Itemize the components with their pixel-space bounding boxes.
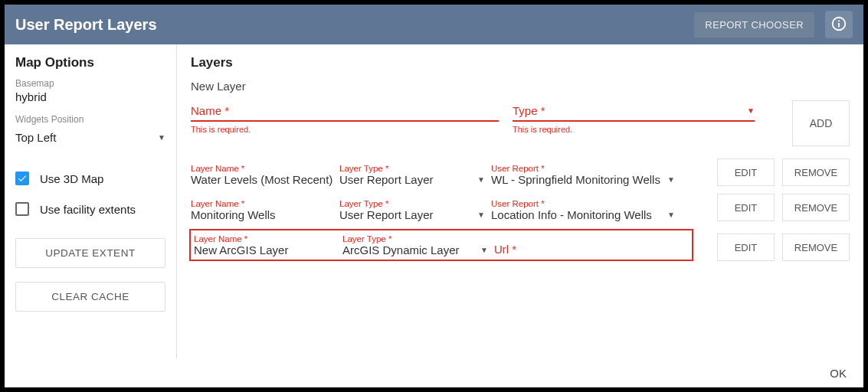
caret-down-icon: ▼ (480, 246, 488, 254)
highlighted-row: Layer Name * New ArcGIS Layer Layer Type… (191, 230, 692, 260)
caret-down-icon: ▼ (477, 175, 485, 184)
basemap-value: hybrid (15, 90, 165, 103)
new-layer-name-input[interactable] (191, 100, 499, 122)
report-chooser-button[interactable]: REPORT CHOOSER (694, 12, 814, 38)
layer-row: Layer Name * New ArcGIS Layer Layer Type… (191, 226, 850, 266)
layers-panel: Layers New Layer This is required. Type … (177, 44, 863, 358)
caret-down-icon: ▼ (667, 211, 675, 219)
user-report-select[interactable]: WL - Springfield Monitoring Wells ▼ (491, 173, 675, 186)
edit-button[interactable]: EDIT (717, 234, 775, 261)
remove-button[interactable]: REMOVE (782, 194, 850, 221)
use-3d-map-checkbox[interactable]: Use 3D Map (15, 163, 165, 194)
basemap-label: Basemap (15, 78, 165, 89)
layer-type-label: Layer Type * (342, 234, 488, 243)
info-button[interactable] (825, 11, 853, 38)
layer-type-label: Layer Type * (339, 199, 485, 208)
use-facility-extents-checkbox[interactable]: Use facility extents (15, 194, 165, 224)
user-report-label: User Report * (491, 164, 675, 173)
layer-type-select[interactable]: User Report Layer ▼ (339, 208, 485, 221)
layer-name-value: Monitoring Wells (191, 208, 333, 221)
caret-down-icon: ▼ (158, 133, 165, 142)
layer-type-select[interactable]: ArcGIS Dynamic Layer ▼ (342, 243, 488, 256)
layer-name-label: Layer Name * (191, 199, 333, 208)
widgets-position-label: Widgets Position (15, 114, 165, 125)
widgets-position-select[interactable]: Top Left ▼ (15, 126, 165, 149)
ok-button[interactable]: OK (830, 367, 847, 380)
clear-cache-button[interactable]: CLEAR CACHE (15, 282, 165, 312)
caret-down-icon: ▼ (667, 175, 675, 184)
layer-name-value: New ArcGIS Layer (194, 243, 336, 256)
layers-heading: Layers (191, 55, 850, 70)
use-facility-extents-label: Use facility extents (40, 203, 136, 216)
widgets-position-value: Top Left (15, 131, 158, 144)
edit-button[interactable]: EDIT (717, 194, 775, 221)
layer-row: Layer Name * Water Levels (Most Recent) … (191, 155, 850, 191)
user-report-value: Location Info - Monitoring Wells (491, 208, 663, 221)
update-extent-button[interactable]: UPDATE EXTENT (15, 238, 165, 268)
new-layer-label: New Layer (191, 80, 850, 93)
layer-type-label: Layer Type * (339, 164, 485, 173)
new-layer-type-select[interactable]: Type * ▼ (513, 100, 755, 122)
user-report-value: WL - Springfield Monitoring Wells (491, 173, 663, 186)
new-layer-type-placeholder: Type * (513, 104, 747, 117)
user-report-label: User Report * (491, 199, 675, 208)
type-required-msg: This is required. (513, 125, 755, 134)
remove-button[interactable]: REMOVE (782, 234, 850, 261)
caret-down-icon: ▼ (477, 211, 485, 219)
layer-name-label: Layer Name * (191, 164, 333, 173)
add-layer-button[interactable]: ADD (792, 100, 850, 146)
layer-type-value: User Report Layer (339, 173, 473, 186)
layer-row: Layer Name * Monitoring Wells Layer Type… (191, 191, 850, 226)
user-report-select[interactable]: Location Info - Monitoring Wells ▼ (491, 208, 675, 221)
layer-name-value: Water Levels (Most Recent) (191, 173, 333, 186)
remove-button[interactable]: REMOVE (782, 158, 850, 186)
edit-button[interactable]: EDIT (717, 158, 775, 186)
layer-type-value: User Report Layer (339, 208, 473, 221)
info-icon (830, 15, 847, 34)
checkbox-unchecked-icon (15, 202, 29, 216)
dialog: User Report Layers REPORT CHOOSER Map Op… (5, 5, 863, 387)
name-required-msg: This is required. (191, 125, 499, 134)
use-3d-map-label: Use 3D Map (40, 172, 103, 185)
layer-type-select[interactable]: User Report Layer ▼ (339, 173, 485, 186)
dialog-title: User Report Layers (15, 16, 694, 34)
map-options-heading: Map Options (15, 55, 165, 70)
layers-list: Layer Name * Water Levels (Most Recent) … (191, 155, 850, 266)
checkbox-checked-icon (15, 172, 29, 185)
caret-down-icon: ▼ (747, 106, 755, 115)
layer-type-value: ArcGIS Dynamic Layer (342, 243, 476, 256)
layer-name-label: Layer Name * (194, 234, 336, 243)
new-layer-row: This is required. Type * ▼ This is requi… (191, 100, 850, 146)
dialog-header: User Report Layers REPORT CHOOSER (5, 5, 863, 44)
url-label[interactable]: Url * (494, 232, 678, 256)
map-options-panel: Map Options Basemap hybrid Widgets Posit… (5, 44, 177, 358)
